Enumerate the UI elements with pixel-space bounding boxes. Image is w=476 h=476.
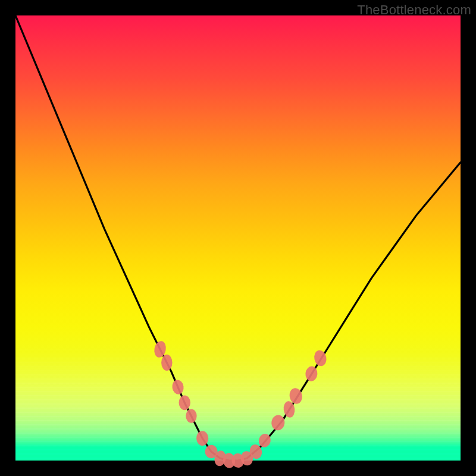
watermark-text: TheBottleneck.com [357, 2, 471, 18]
curve-markers [153, 340, 328, 469]
curve-marker [178, 395, 190, 410]
curve-marker [186, 409, 197, 423]
curve-marker [171, 379, 184, 395]
bottleneck-curve-path [15, 15, 461, 461]
curve-marker [271, 414, 286, 431]
plot-area [15, 15, 461, 461]
curve-marker [161, 355, 173, 371]
chart-frame: TheBottleneck.com [0, 0, 476, 476]
bottleneck-curve-svg [15, 15, 461, 461]
